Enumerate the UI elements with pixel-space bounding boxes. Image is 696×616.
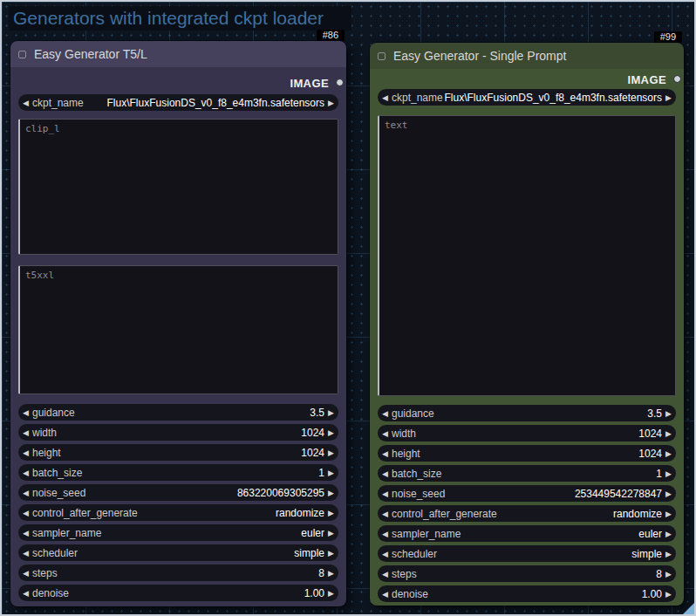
prev-arrow-icon[interactable]: ◀: [382, 510, 388, 517]
output-connector-dot[interactable]: [673, 75, 681, 83]
increment-arrow-icon[interactable]: ▶: [665, 469, 672, 477]
widget-noise-seed[interactable]: ◀ noise_seed 863220069305295 ▶: [18, 484, 338, 501]
widget-height[interactable]: ◀ height 1024 ▶: [378, 445, 676, 462]
next-arrow-icon[interactable]: ▶: [665, 93, 672, 101]
widget-noise-seed[interactable]: ◀ noise_seed 253449542278847 ▶: [378, 485, 676, 502]
node-title-bar[interactable]: Easy Generator - Single Prompt: [370, 43, 684, 69]
increment-arrow-icon[interactable]: ▶: [665, 409, 672, 417]
collapse-toggle-icon[interactable]: [18, 51, 26, 58]
node-easy-generator-single-prompt[interactable]: #99 Easy Generator - Single Prompt IMAGE…: [370, 43, 684, 606]
canvas-resize-handle[interactable]: [683, 603, 694, 614]
widget-denoise[interactable]: ◀ denoise 1.00 ▶: [18, 585, 338, 601]
output-slot-label: IMAGE: [290, 77, 329, 90]
widget-sampler-name[interactable]: ◀ sampler_name euler ▶: [18, 524, 338, 541]
decrement-arrow-icon[interactable]: ◀: [23, 408, 29, 416]
widget-label: noise_seed: [32, 487, 85, 499]
decrement-arrow-icon[interactable]: ◀: [23, 469, 29, 476]
widget-value: 863220069305295: [85, 487, 324, 499]
prev-arrow-icon[interactable]: ◀: [23, 529, 29, 537]
widget-label: sampler_name: [392, 528, 461, 540]
decrement-arrow-icon[interactable]: ◀: [382, 590, 388, 598]
widget-value: randomize: [497, 508, 662, 520]
node-title-bar[interactable]: Easy Generator T5/L: [10, 41, 346, 67]
increment-arrow-icon[interactable]: ▶: [328, 469, 334, 476]
widget-scheduler[interactable]: ◀ scheduler simple ▶: [378, 545, 676, 562]
decrement-arrow-icon[interactable]: ◀: [382, 449, 388, 457]
increment-arrow-icon[interactable]: ▶: [328, 489, 334, 496]
widget-label: height: [32, 447, 61, 459]
node-title: Easy Generator - Single Prompt: [393, 49, 566, 63]
output-slot-label: IMAGE: [627, 73, 666, 86]
prev-arrow-icon[interactable]: ◀: [382, 550, 388, 558]
widget-width[interactable]: ◀ width 1024 ▶: [378, 425, 676, 441]
prev-arrow-icon[interactable]: ◀: [382, 93, 388, 101]
widget-label: height: [392, 448, 420, 460]
decrement-arrow-icon[interactable]: ◀: [23, 428, 29, 436]
widget-control-after-generate[interactable]: ◀ control_after_generate randomize ▶: [18, 504, 338, 521]
widget-label: ckpt_name: [392, 92, 443, 104]
widget-value: 1024: [61, 447, 324, 459]
widget-height[interactable]: ◀ height 1024 ▶: [18, 444, 338, 461]
widget-ckpt-name[interactable]: ◀ ckpt_name Flux\FluxFusionDS_v0_f8_e4m3…: [18, 94, 338, 111]
widget-control-after-generate[interactable]: ◀ control_after_generate randomize ▶: [378, 505, 676, 522]
increment-arrow-icon[interactable]: ▶: [665, 429, 672, 437]
decrement-arrow-icon[interactable]: ◀: [382, 409, 388, 417]
increment-arrow-icon[interactable]: ▶: [665, 449, 672, 457]
widget-sampler-name[interactable]: ◀ sampler_name euler ▶: [378, 525, 676, 542]
next-arrow-icon[interactable]: ▶: [328, 509, 334, 517]
next-arrow-icon[interactable]: ▶: [665, 550, 672, 558]
text-prompt-textarea[interactable]: [378, 115, 676, 396]
node-canvas[interactable]: Generators with integrated ckpt loader #…: [0, 0, 696, 616]
decrement-arrow-icon[interactable]: ◀: [23, 589, 29, 597]
decrement-arrow-icon[interactable]: ◀: [382, 489, 388, 497]
clip-l-textarea[interactable]: [18, 119, 338, 255]
increment-arrow-icon[interactable]: ▶: [665, 570, 672, 578]
decrement-arrow-icon[interactable]: ◀: [23, 448, 29, 456]
prev-arrow-icon[interactable]: ◀: [23, 509, 29, 517]
collapse-toggle-icon[interactable]: [378, 52, 386, 60]
widget-guidance[interactable]: ◀ guidance 3.5 ▶: [378, 405, 676, 421]
next-arrow-icon[interactable]: ▶: [328, 99, 334, 106]
decrement-arrow-icon[interactable]: ◀: [23, 569, 29, 577]
increment-arrow-icon[interactable]: ▶: [665, 590, 672, 598]
widget-steps[interactable]: ◀ steps 8 ▶: [18, 565, 338, 581]
widget-width[interactable]: ◀ width 1024 ▶: [18, 424, 338, 441]
widget-steps[interactable]: ◀ steps 8 ▶: [378, 565, 676, 582]
widget-guidance[interactable]: ◀ guidance 3.5 ▶: [18, 404, 338, 421]
widget-label: control_after_generate: [32, 507, 138, 519]
prev-arrow-icon[interactable]: ◀: [23, 99, 29, 106]
increment-arrow-icon[interactable]: ▶: [328, 589, 334, 597]
group-title-label: Generators with integrated ckpt loader: [13, 8, 324, 28]
prev-arrow-icon[interactable]: ◀: [23, 549, 29, 557]
decrement-arrow-icon[interactable]: ◀: [382, 429, 388, 437]
decrement-arrow-icon[interactable]: ◀: [23, 489, 29, 496]
widget-value: 3.5: [75, 407, 324, 419]
widget-ckpt-name[interactable]: ◀ ckpt_name Flux\FluxFusionDS_v0_f8_e4m3…: [378, 89, 676, 106]
increment-arrow-icon[interactable]: ▶: [328, 569, 334, 577]
next-arrow-icon[interactable]: ▶: [328, 549, 334, 557]
prev-arrow-icon[interactable]: ◀: [382, 530, 388, 537]
increment-arrow-icon[interactable]: ▶: [665, 489, 672, 497]
widget-label: control_after_generate: [392, 508, 497, 520]
widget-batch-size[interactable]: ◀ batch_size 1 ▶: [18, 464, 338, 481]
widget-value: 3.5: [434, 407, 662, 420]
output-connector-dot[interactable]: [336, 79, 344, 86]
increment-arrow-icon[interactable]: ▶: [328, 448, 334, 456]
widget-denoise[interactable]: ◀ denoise 1.00 ▶: [378, 585, 676, 602]
decrement-arrow-icon[interactable]: ◀: [382, 570, 388, 578]
widget-batch-size[interactable]: ◀ batch_size 1 ▶: [378, 465, 676, 482]
increment-arrow-icon[interactable]: ▶: [328, 428, 334, 436]
node-title: Easy Generator T5/L: [34, 47, 147, 61]
widget-value: 253449542278847: [445, 488, 662, 500]
next-arrow-icon[interactable]: ▶: [328, 529, 334, 537]
decrement-arrow-icon[interactable]: ◀: [382, 469, 388, 477]
widget-value: Flux\FluxFusionDS_v0_f8_e4m3fn.safetenso…: [445, 92, 662, 104]
widget-scheduler[interactable]: ◀ scheduler simple ▶: [18, 544, 338, 561]
t5xxl-textarea[interactable]: [18, 265, 338, 394]
group-title-bar[interactable]: Generators with integrated ckpt loader: [9, 6, 351, 31]
next-arrow-icon[interactable]: ▶: [665, 530, 672, 537]
widget-label: denoise: [392, 588, 428, 600]
node-easy-generator-t5l[interactable]: #86 Easy Generator T5/L IMAGE ◀ ckpt_nam…: [10, 41, 346, 606]
next-arrow-icon[interactable]: ▶: [665, 510, 672, 517]
increment-arrow-icon[interactable]: ▶: [328, 408, 334, 416]
